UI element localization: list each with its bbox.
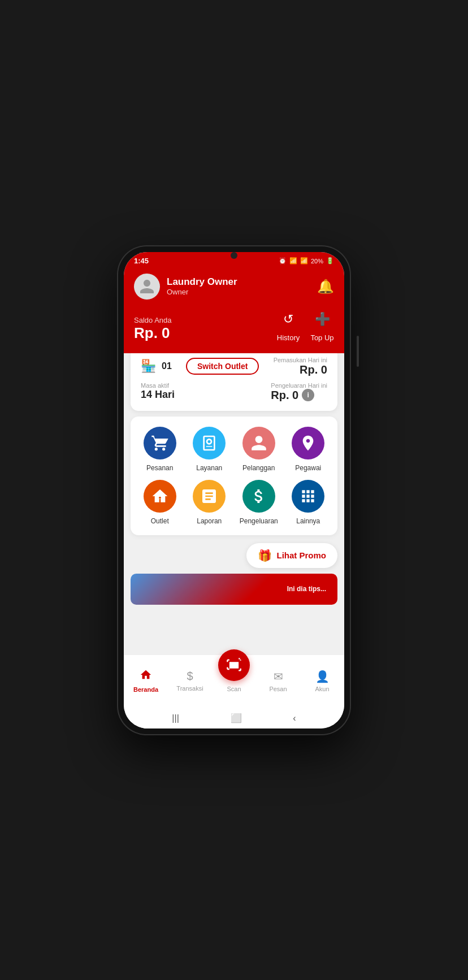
nav-akun[interactable]: 👤 Akun xyxy=(300,670,344,692)
pesanan-icon xyxy=(144,427,176,459)
history-label: History xyxy=(277,333,300,342)
battery-text: 20% xyxy=(311,258,323,264)
topup-label: Top Up xyxy=(310,333,333,342)
store-icon: 🏪 xyxy=(141,359,156,374)
power-button xyxy=(357,336,359,367)
pengeluaran-value: Rp. 0 xyxy=(271,389,298,402)
pelanggan-label: Pelanggan xyxy=(242,464,275,472)
outlet-icon xyxy=(144,480,176,513)
dollar-icon: $ xyxy=(187,670,193,683)
pesanan-label: Pesanan xyxy=(146,464,173,472)
signal-icon: 📶 xyxy=(300,257,308,264)
nav-transaksi[interactable]: $ Transaksi xyxy=(168,670,212,692)
phone-screen: 1:45 ⏰ 📶 📶 20% 🔋 Laundry xyxy=(124,252,344,729)
menu-item-layanan[interactable]: Layanan xyxy=(187,427,232,472)
topup-button[interactable]: ➕ Top Up xyxy=(310,307,334,342)
menu-card: Pesanan Layanan Pelanggan xyxy=(131,417,337,535)
switch-outlet-button[interactable]: Switch Outlet xyxy=(186,358,259,375)
pengeluaran-label: Pengeluaran Hari ini xyxy=(271,382,327,389)
promo-row: 🎁 Lihat Promo xyxy=(131,543,337,568)
pegawai-icon xyxy=(292,427,324,459)
notification-icon[interactable]: 🔔 xyxy=(317,279,334,294)
account-icon: 👤 xyxy=(315,670,330,683)
pegawai-label: Pegawai xyxy=(295,464,321,472)
promo-button[interactable]: 🎁 Lihat Promo xyxy=(246,543,337,568)
menu-item-lainnya[interactable]: Lainnya xyxy=(286,480,331,525)
outlet-stats: Masa aktif 14 Hari Pengeluaran Hari ini … xyxy=(141,382,327,402)
android-nav: ||| ⬜ ‹ xyxy=(124,708,344,729)
masa-aktif-value: 14 Hari xyxy=(141,389,175,401)
lainnya-icon xyxy=(292,480,324,513)
pemasukan-section: Pemasukan Hari ini Rp. 0 xyxy=(274,357,327,376)
balance-amount: Rp. 0 xyxy=(134,324,172,342)
balance-row: Saldo Anda Rp. 0 ↺ History ➕ Top Up xyxy=(134,307,334,342)
scan-button[interactable] xyxy=(218,649,250,681)
spacer xyxy=(124,605,344,654)
mail-icon: ✉ xyxy=(274,670,283,683)
menu-item-pegawai[interactable]: Pegawai xyxy=(286,427,331,472)
person-icon xyxy=(138,278,155,295)
battery-icon: 🔋 xyxy=(326,257,334,264)
akun-label: Akun xyxy=(315,686,329,692)
promo-label: Lihat Promo xyxy=(276,550,326,560)
user-name: Laundry Owner xyxy=(167,276,237,288)
info-icon[interactable]: i xyxy=(302,389,314,401)
menu-item-pelanggan[interactable]: Pelanggan xyxy=(236,427,281,472)
outlet-label: Outlet xyxy=(151,517,169,525)
header: Laundry Owner Owner 🔔 Saldo Anda Rp. 0 ↺… xyxy=(124,268,344,353)
nav-pesan[interactable]: ✉ Pesan xyxy=(256,670,300,692)
action-buttons: ↺ History ➕ Top Up xyxy=(276,307,334,342)
pengeluaran-menu-label: Pengeluaran xyxy=(240,517,278,525)
user-role: Owner xyxy=(167,288,237,296)
pemasukan-label: Pemasukan Hari ini xyxy=(274,357,327,363)
nav-beranda[interactable]: Beranda xyxy=(124,669,168,693)
pelanggan-icon xyxy=(242,427,275,459)
user-info: Laundry Owner Owner xyxy=(134,274,237,300)
banner-strip[interactable]: Ini dia tips... xyxy=(131,574,337,605)
pesan-label: Pesan xyxy=(269,686,287,692)
home-icon xyxy=(140,669,152,684)
back-icon[interactable]: ||| xyxy=(172,713,179,723)
banner-text: Ini dia tips... xyxy=(287,585,326,593)
layanan-label: Layanan xyxy=(196,464,222,472)
history-button[interactable]: ↺ History xyxy=(276,307,300,342)
camera xyxy=(231,252,237,259)
balance-section: Saldo Anda Rp. 0 xyxy=(134,316,172,342)
outlet-top: 🏪 01 Switch Outlet Pemasukan Hari ini Rp… xyxy=(141,357,327,376)
history-icon: ↺ xyxy=(276,307,300,331)
pengeluaran-icon xyxy=(242,480,275,513)
lainnya-label: Lainnya xyxy=(296,517,320,525)
balance-label: Saldo Anda xyxy=(134,316,172,324)
masa-aktif-section: Masa aktif 14 Hari xyxy=(141,382,175,402)
wifi-icon: 📶 xyxy=(289,257,297,264)
phone-frame: 1:45 ⏰ 📶 📶 20% 🔋 Laundry xyxy=(117,245,351,735)
laporan-label: Laporan xyxy=(197,517,222,525)
menu-item-outlet[interactable]: Outlet xyxy=(137,480,183,525)
menu-item-laporan[interactable]: Laporan xyxy=(187,480,232,525)
menu-item-pengeluaran[interactable]: Pengeluaran xyxy=(236,480,281,525)
status-icons: ⏰ 📶 📶 20% 🔋 xyxy=(279,257,334,264)
menu-item-pesanan[interactable]: Pesanan xyxy=(137,427,183,472)
user-details: Laundry Owner Owner xyxy=(167,276,237,296)
bottom-nav: Beranda $ Transaksi Scan ✉ Pesan 👤 Akun xyxy=(124,654,344,708)
topup-icon: ➕ xyxy=(310,307,334,331)
transaksi-label: Transaksi xyxy=(176,685,203,692)
avatar xyxy=(134,274,160,300)
masa-aktif-label: Masa aktif xyxy=(141,382,175,389)
laporan-icon xyxy=(193,480,226,513)
layanan-icon xyxy=(193,427,226,459)
pengeluaran-section: Pengeluaran Hari ini Rp. 0 i xyxy=(271,382,327,402)
beranda-label: Beranda xyxy=(133,686,158,693)
pemasukan-value: Rp. 0 xyxy=(274,363,327,376)
scrollable-content: 🏪 01 Switch Outlet Pemasukan Hari ini Rp… xyxy=(124,353,344,654)
outlet-id: 01 xyxy=(162,361,172,371)
outlet-card: 🏪 01 Switch Outlet Pemasukan Hari ini Rp… xyxy=(131,353,337,411)
menu-grid: Pesanan Layanan Pelanggan xyxy=(137,427,331,525)
nav-scan[interactable]: Scan xyxy=(212,649,256,692)
home-circle-icon[interactable]: ⬜ xyxy=(231,713,242,723)
status-time: 1:45 xyxy=(134,257,149,265)
header-top: Laundry Owner Owner 🔔 xyxy=(134,274,334,300)
outlet-left: 🏪 01 xyxy=(141,359,172,374)
recents-icon[interactable]: ‹ xyxy=(293,713,296,723)
pengeluaran-row: Rp. 0 i xyxy=(271,389,327,402)
